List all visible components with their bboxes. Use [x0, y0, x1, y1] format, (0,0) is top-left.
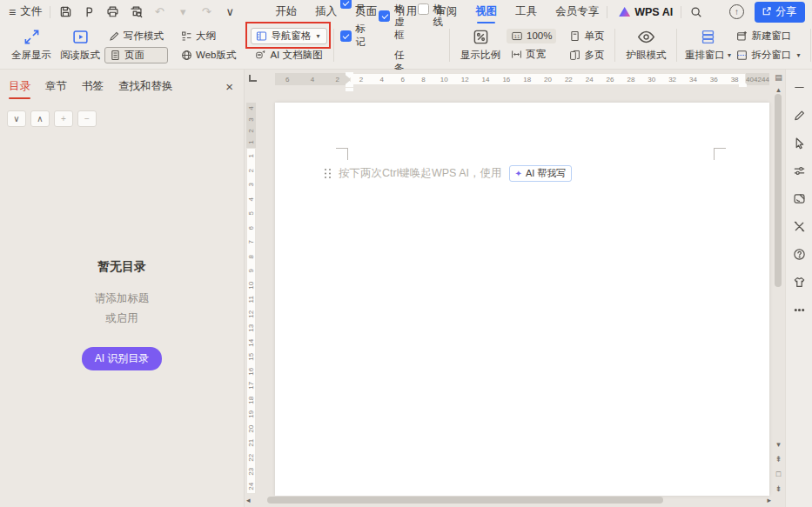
more-icon[interactable] [792, 303, 807, 317]
collapse-icon[interactable] [792, 80, 807, 95]
search-icon[interactable] [689, 5, 703, 19]
hamburger-menu-icon: ≡ [9, 5, 16, 19]
share-arrow-icon [762, 6, 772, 17]
sidebar-tab-find-replace[interactable]: 查找和替换 [118, 79, 173, 99]
select-browse-object-icon[interactable]: □ [776, 468, 781, 480]
paragraph-drag-handle-icon[interactable] [325, 169, 332, 179]
right-tool-rail [785, 70, 812, 507]
print-preview-icon[interactable] [129, 5, 143, 19]
fullscreen-icon [23, 29, 40, 45]
menu-tab-page[interactable]: 页面 [355, 0, 377, 23]
document-canvas: 642 2468101214161820222426283032343638 4… [245, 70, 785, 507]
chevron-up-icon[interactable]: ∧ [30, 110, 50, 127]
print-icon[interactable] [105, 5, 119, 19]
group-divider [333, 29, 334, 62]
fullscreen-button[interactable]: 全屏显示 [7, 29, 56, 62]
ruler-toggle-icon[interactable]: ▤ [775, 71, 782, 83]
web-layout-button[interactable]: Web版式 [177, 47, 240, 63]
vertical-scrollbar-thumb[interactable] [775, 94, 782, 287]
upload-cloud-icon[interactable]: ↑ [729, 4, 744, 19]
unchecked-checkbox-icon[interactable] [418, 3, 429, 15]
next-page-icon[interactable]: ⇟ [775, 483, 782, 495]
menu-tab-view[interactable]: 视图 [475, 0, 497, 23]
sparkle-icon: ✦ [515, 169, 522, 178]
divider [50, 6, 50, 18]
export-pdf-icon[interactable] [82, 5, 96, 19]
edit-pen-icon[interactable] [792, 108, 807, 123]
multi-page-button[interactable]: 多页 [565, 47, 608, 63]
group-divider [676, 29, 677, 62]
select-cursor-icon[interactable] [792, 136, 807, 150]
scroll-left-icon[interactable]: ◂ [246, 496, 251, 504]
single-page-button[interactable]: 单页 [565, 28, 608, 44]
checked-checkbox-icon[interactable] [379, 10, 390, 22]
horizontal-scrollbar[interactable]: ◂ ▸ [246, 496, 771, 505]
sidebar-tab-toc[interactable]: 目录 [9, 79, 30, 99]
writing-mode-button[interactable]: 写作模式 [104, 28, 168, 44]
share-button[interactable]: 分享 [755, 2, 805, 23]
sidebar-tab-bookmark[interactable]: 书签 [82, 79, 104, 99]
checkbox-marks[interactable]: 标记 [340, 23, 366, 49]
scroll-right-icon[interactable]: ▸ [767, 496, 771, 504]
page-view-icon [110, 50, 121, 61]
previous-page-icon[interactable]: ⇞ [775, 453, 782, 465]
help-icon[interactable] [792, 247, 807, 262]
wps-ai-button[interactable]: WPS AI [619, 6, 673, 18]
zoom-ratio-button[interactable]: 显示比例 [456, 29, 505, 62]
horizontal-scrollbar-thumb[interactable] [267, 497, 663, 504]
menu-tab-review[interactable]: 审阅 [435, 0, 457, 23]
outline-button[interactable]: 大纲 [177, 28, 240, 44]
split-window-button[interactable]: 拆分窗口 ▾ [732, 47, 804, 63]
multi-page-icon [569, 50, 580, 61]
checked-checkbox-icon[interactable] [340, 30, 352, 42]
menu-tab-reference[interactable]: 引用 [395, 0, 417, 23]
scroll-down-icon[interactable]: ▾ [776, 438, 781, 450]
sidebar-tab-chapter[interactable]: 章节 [45, 79, 67, 99]
eye-protection-button[interactable]: 护眼模式 [621, 29, 670, 62]
zoom-100-button[interactable]: 1:1 100% [507, 29, 556, 43]
rearrange-windows-button[interactable]: 重排窗口▾ [683, 29, 732, 62]
sticker-icon[interactable] [792, 191, 807, 206]
new-window-button[interactable]: 新建窗口 [732, 28, 804, 44]
skin-icon[interactable] [792, 275, 807, 290]
vertical-ruler[interactable]: 4321 12345678910111213141516171819202122… [246, 90, 258, 493]
customize-toolbar-chevron-icon[interactable]: ∨ [223, 5, 237, 19]
group-divider [449, 29, 450, 62]
chevron-down-icon: ▾ [728, 51, 731, 59]
menu-tab-home[interactable]: 开始 [275, 0, 297, 23]
file-menu-label: 文件 [20, 4, 42, 19]
menu-tab-tools[interactable]: 工具 [515, 0, 537, 23]
ribbon-toolbar: 全屏显示 阅读版式 写作模式 页面 大纲 Web版式 [0, 23, 812, 70]
reading-layout-button[interactable]: 阅读版式 [56, 29, 104, 62]
close-icon[interactable]: × [225, 79, 233, 99]
minus-icon[interactable]: − [77, 110, 97, 127]
navigation-pane-button[interactable]: 导航窗格 ▾ [251, 28, 326, 44]
margin-corner-mark [714, 148, 726, 160]
plus-icon[interactable]: + [54, 110, 73, 127]
left-indent-marker[interactable] [346, 88, 353, 91]
quick-tools-icon[interactable] [792, 219, 807, 234]
new-window-icon [736, 30, 748, 42]
vertical-scrollbar[interactable]: ▤ ▴ ▾ ⇞ □ ⇟ [773, 71, 784, 495]
navigation-sidebar: 目录章节书签查找和替换× ∨∧+− 暂无目录 请添加标题 或启用 AI 识别目录 [0, 70, 245, 507]
ai-mindmap-button[interactable]: AI 文档脑图 [251, 47, 326, 63]
page-width-button[interactable]: 页宽 [507, 46, 556, 63]
menu-tab-insert[interactable]: 插入 [315, 0, 337, 23]
adjust-sliders-icon[interactable] [792, 163, 807, 178]
horizontal-ruler[interactable]: 642 2468101214161820222426283032343638 4… [245, 73, 771, 87]
redo-icon: ↷ [199, 5, 213, 19]
ai-recognize-toc-button[interactable]: AI 识别目录 [82, 347, 163, 370]
document-page[interactable]: 按下两次Ctrl键唤起WPS AI，使用 ✦ AI 帮我写 [275, 103, 769, 496]
toc-empty-state: 暂无目录 请添加标题 或启用 AI 识别目录 [0, 259, 244, 370]
divider [681, 6, 681, 18]
ai-help-write-button[interactable]: ✦ AI 帮我写 [509, 165, 573, 182]
reading-layout-icon [72, 29, 89, 45]
menu-tab-member[interactable]: 会员专享 [555, 0, 599, 23]
file-menu-button[interactable]: ≡ 文件 [9, 4, 42, 19]
page-view-button[interactable]: 页面 [104, 47, 168, 63]
save-icon[interactable] [58, 5, 72, 19]
checked-checkbox-icon[interactable] [340, 0, 352, 9]
chevron-down-icon[interactable]: ∨ [7, 110, 26, 127]
single-page-icon [569, 30, 580, 42]
chevron-down-icon: ▾ [316, 32, 319, 40]
